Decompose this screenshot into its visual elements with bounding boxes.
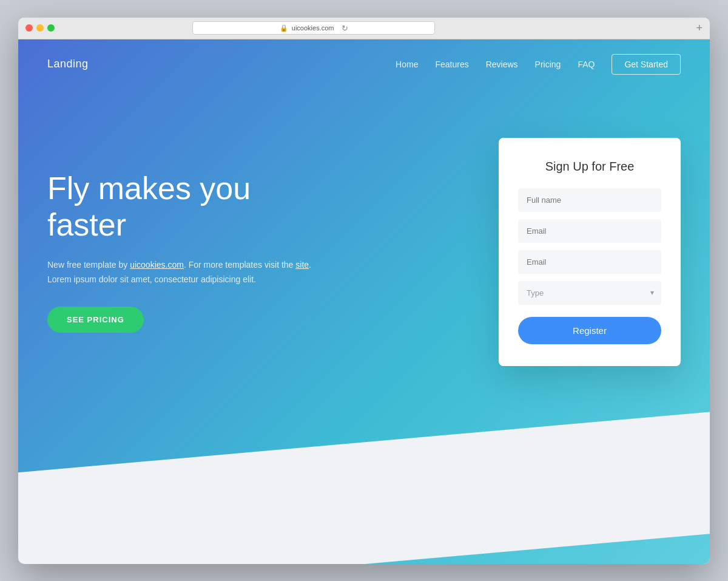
address-bar[interactable]: 🔒 uicookies.com ↻ bbox=[192, 21, 435, 35]
confirm-email-input[interactable] bbox=[518, 250, 661, 274]
signup-card: Sign Up for Free Type bbox=[499, 138, 681, 366]
traffic-lights bbox=[25, 24, 55, 32]
nav-features[interactable]: Features bbox=[435, 59, 468, 69]
type-select[interactable]: Type Personal Business Enterprise bbox=[518, 281, 661, 305]
email-group bbox=[518, 219, 661, 243]
register-button[interactable]: Register bbox=[518, 317, 661, 344]
hero-section: Landing Home Features Reviews Pricing FA… bbox=[18, 39, 710, 564]
new-tab-button[interactable]: + bbox=[696, 22, 703, 33]
nav-reviews[interactable]: Reviews bbox=[486, 59, 518, 69]
nav-faq[interactable]: FAQ bbox=[578, 59, 595, 69]
nav-pricing[interactable]: Pricing bbox=[535, 59, 561, 69]
full-name-input[interactable] bbox=[518, 188, 661, 212]
hero-title: Fly makes you faster bbox=[47, 171, 314, 243]
hero-body: Fly makes you faster New free template b… bbox=[18, 89, 710, 403]
reload-icon[interactable]: ↻ bbox=[342, 24, 348, 33]
site-link[interactable]: site bbox=[295, 260, 309, 270]
get-started-button[interactable]: Get Started bbox=[612, 54, 681, 75]
browser-chrome: 🔒 uicookies.com ↻ + bbox=[18, 18, 710, 39]
page-content: Landing Home Features Reviews Pricing FA… bbox=[18, 39, 710, 564]
email-input[interactable] bbox=[518, 219, 661, 243]
hero-description: New free template by uicookies.com. For … bbox=[47, 258, 314, 287]
uicookies-link[interactable]: uicookies.com bbox=[130, 260, 184, 270]
navbar: Landing Home Features Reviews Pricing FA… bbox=[18, 39, 710, 89]
hero-left: Fly makes you faster New free template b… bbox=[47, 171, 314, 332]
lock-icon: 🔒 bbox=[280, 24, 288, 32]
nav-brand: Landing bbox=[47, 58, 89, 70]
full-name-group bbox=[518, 188, 661, 212]
fullscreen-button[interactable] bbox=[47, 24, 55, 32]
nav-home[interactable]: Home bbox=[396, 59, 418, 69]
minimize-button[interactable] bbox=[36, 24, 44, 32]
browser-window: 🔒 uicookies.com ↻ + Landing Home Feature… bbox=[18, 18, 710, 564]
type-group: Type Personal Business Enterprise ▾ bbox=[518, 281, 661, 305]
signup-title: Sign Up for Free bbox=[518, 160, 661, 174]
nav-links: Home Features Reviews Pricing FAQ Get St… bbox=[396, 54, 681, 75]
close-button[interactable] bbox=[25, 24, 33, 32]
see-pricing-button[interactable]: SEE PRICING bbox=[47, 307, 144, 333]
url-text: uicookies.com bbox=[292, 24, 334, 32]
confirm-email-group bbox=[518, 250, 661, 274]
type-select-wrapper: Type Personal Business Enterprise ▾ bbox=[518, 281, 661, 305]
